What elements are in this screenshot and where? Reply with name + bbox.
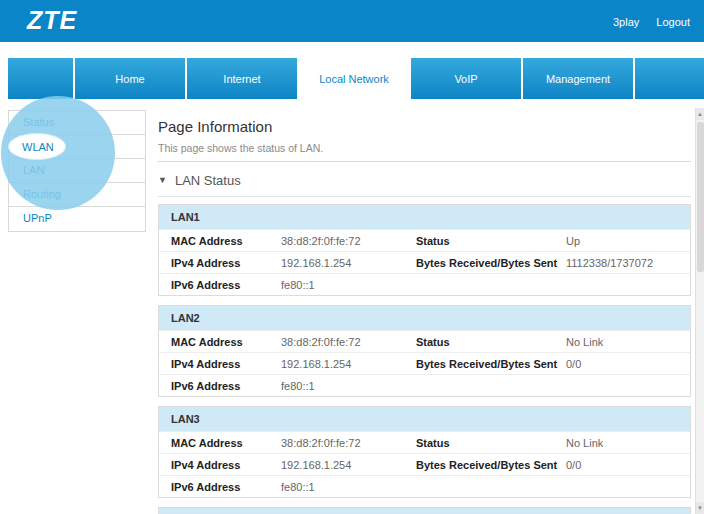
field-label: Bytes Received/Bytes Sent [416, 257, 566, 269]
scrollbar[interactable]: ▲ ▼ [695, 108, 704, 514]
field-value: 192.168.1.254 [281, 358, 416, 370]
field-value: 0/0 [566, 459, 690, 471]
field-value: 38:d8:2f:0f:fe:72 [281, 336, 416, 348]
lan3-header: LAN3 [159, 407, 690, 431]
table-row: IPv4 Address 192.168.1.254 Bytes Receive… [159, 251, 690, 273]
sidebar-item-wlan[interactable]: WLAN [9, 135, 145, 159]
field-label: MAC Address [171, 336, 281, 348]
field-label: Status [416, 235, 566, 247]
sidebar-item-routing[interactable]: Routing [9, 183, 145, 207]
field-value: 38:d8:2f:0f:fe:72 [281, 235, 416, 247]
field-value: 192.168.1.254 [281, 459, 416, 471]
sidebar-item-status[interactable]: Status [9, 111, 145, 135]
tab-home[interactable]: Home [75, 58, 185, 99]
sidebar: Status WLAN LAN Routing UPnP [8, 110, 146, 232]
field-value: fe80::1 [281, 380, 416, 392]
lan2-table: LAN2 MAC Address 38:d8:2f:0f:fe:72 Statu… [158, 305, 691, 397]
field-label: Status [416, 336, 566, 348]
table-row: IPv6 Address fe80::1 [159, 475, 690, 497]
field-value: fe80::1 [281, 279, 416, 291]
account-link[interactable]: 3play [613, 16, 639, 28]
field-value: Up [566, 235, 690, 247]
field-label: MAC Address [171, 437, 281, 449]
scroll-down-button[interactable]: ▼ [696, 502, 704, 514]
field-value: 1112338/1737072 [566, 257, 690, 269]
tab-spacer-left [8, 58, 73, 99]
field-value: 38:d8:2f:0f:fe:72 [281, 437, 416, 449]
field-value: 0/0 [566, 358, 690, 370]
tab-management[interactable]: Management [523, 58, 633, 99]
collapse-triangle-icon: ▼ [158, 175, 167, 185]
lan1-header: LAN1 [159, 205, 690, 229]
logout-link[interactable]: Logout [656, 16, 690, 28]
tab-voip[interactable]: VoIP [411, 58, 521, 99]
field-label: Status [416, 437, 566, 449]
sidebar-item-lan[interactable]: LAN [9, 159, 145, 183]
lan-status-section-toggle[interactable]: ▼ LAN Status [158, 172, 691, 188]
divider [158, 161, 691, 162]
field-value: fe80::1 [281, 481, 416, 493]
field-label: IPv4 Address [171, 257, 281, 269]
table-row: IPv6 Address fe80::1 [159, 273, 690, 295]
tab-spacer-right [635, 58, 704, 99]
table-row: IPv6 Address fe80::1 [159, 374, 690, 396]
lan1-table: LAN1 MAC Address 38:d8:2f:0f:fe:72 Statu… [158, 204, 691, 296]
top-links: 3play Logout [599, 16, 690, 28]
table-row: IPv4 Address 192.168.1.254 Bytes Receive… [159, 352, 690, 374]
tab-internet[interactable]: Internet [187, 58, 297, 99]
lan2-header: LAN2 [159, 306, 690, 330]
field-value: No Link [566, 437, 690, 449]
field-value: 192.168.1.254 [281, 257, 416, 269]
section-title: LAN Status [175, 173, 241, 188]
field-label: IPv6 Address [171, 481, 281, 493]
tab-local-network[interactable]: Local Network [299, 58, 409, 99]
sidebar-item-upnp[interactable]: UPnP [9, 207, 145, 231]
table-row: MAC Address 38:d8:2f:0f:fe:72 Status No … [159, 330, 690, 352]
top-bar: ZTE 3play Logout [0, 0, 704, 42]
page-subtitle: This page shows the status of LAN. [158, 142, 691, 154]
divider [158, 196, 691, 197]
field-label: IPv6 Address [171, 380, 281, 392]
field-label: MAC Address [171, 235, 281, 247]
table-row: MAC Address 38:d8:2f:0f:fe:72 Status No … [159, 431, 690, 453]
field-label: IPv4 Address [171, 459, 281, 471]
lan3-table: LAN3 MAC Address 38:d8:2f:0f:fe:72 Statu… [158, 406, 691, 498]
table-row: IPv4 Address 192.168.1.254 Bytes Receive… [159, 453, 690, 475]
main-nav: Home Internet Local Network VoIP Managem… [0, 58, 704, 99]
field-label: Bytes Received/Bytes Sent [416, 358, 566, 370]
zte-logo: ZTE [27, 6, 77, 35]
scroll-up-button[interactable]: ▲ [696, 108, 704, 120]
table-row: MAC Address 38:d8:2f:0f:fe:72 Status Up [159, 229, 690, 251]
field-value: No Link [566, 336, 690, 348]
field-label: IPv4 Address [171, 358, 281, 370]
lan4-header: LAN4 [159, 508, 690, 514]
scroll-thumb[interactable] [697, 122, 704, 272]
lan4-table: LAN4 [158, 507, 691, 514]
field-label: Bytes Received/Bytes Sent [416, 459, 566, 471]
page-title: Page Information [158, 118, 691, 135]
field-label: IPv6 Address [171, 279, 281, 291]
main-content: Page Information This page shows the sta… [158, 110, 691, 514]
